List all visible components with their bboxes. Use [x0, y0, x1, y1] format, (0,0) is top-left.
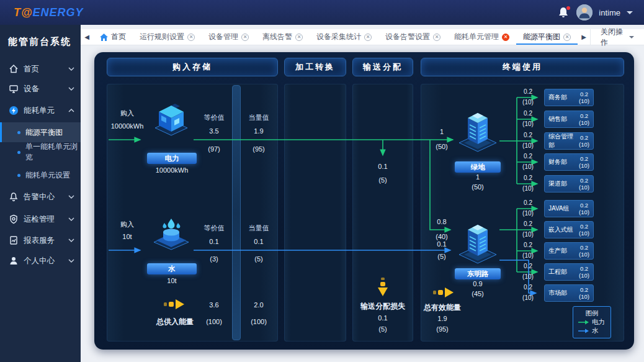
dept-flow-label: 0.2(10)	[512, 130, 544, 151]
water-equiv-pct: (3)	[210, 255, 218, 263]
dept-flow-label: 0.2(10)	[512, 197, 544, 219]
close-icon[interactable]: ✕	[502, 34, 509, 41]
sidebar-item-energy-balance[interactable]: 能源平衡图	[0, 122, 81, 142]
electric-node-tag[interactable]: 电力	[147, 153, 197, 164]
water-in-label: 购入	[120, 220, 134, 229]
stage-header-distribution: 输送分配	[352, 58, 413, 76]
legend-water-label: 水	[592, 327, 599, 335]
app-root: T@ENERGY intime 能管前台系统 首页 设备	[0, 0, 644, 362]
sidebar-item-alarm-center[interactable]: 告警中心	[0, 187, 81, 207]
building2-icon[interactable]	[455, 216, 500, 266]
dept-box-shengchan[interactable]: 生产部0.2(10)	[544, 242, 594, 260]
tab-unit-mgmt[interactable]: 能耗单元管理✕	[447, 29, 516, 45]
app-logo: T@ENERGY	[14, 6, 84, 19]
water-node-tag[interactable]: 水	[147, 263, 197, 274]
dept-box-java[interactable]: JAVA组0.2(10)	[544, 200, 594, 217]
total-effective-label: 总有效能量	[424, 302, 461, 313]
username[interactable]: intime	[599, 8, 620, 17]
logo-suffix: ENERGY	[33, 6, 84, 19]
loss-arrow-icon	[377, 278, 388, 297]
tab-collect-stats[interactable]: 设备采集统计✕	[310, 29, 378, 45]
water-equiv-value: 0.1	[209, 238, 218, 245]
total-equal-pct: (100)	[251, 318, 267, 325]
tabs-scroll-left-icon[interactable]: ◀	[81, 29, 93, 45]
home-icon	[9, 64, 19, 74]
close-icon[interactable]: ✕	[295, 34, 303, 41]
electric-equal-pct: (95)	[253, 145, 265, 153]
sidebar-item-unit-settings[interactable]: 能耗单元设置	[0, 165, 81, 185]
sidebar-item-devices[interactable]: 设备	[0, 79, 81, 99]
tab-home[interactable]: 首页	[93, 29, 133, 45]
notification-dot	[566, 6, 570, 10]
dept-flow-label: 0.2(10)	[512, 151, 544, 172]
close-icon[interactable]: ✕	[187, 34, 195, 41]
chevron-down-icon	[68, 195, 74, 199]
close-icon[interactable]: ✕	[563, 34, 571, 41]
building2-value: 0.9	[473, 280, 482, 287]
dept-flow-label: 0.2(10)	[512, 282, 544, 303]
energy-unit-icon	[9, 106, 19, 115]
bullet-icon	[17, 151, 20, 154]
alarm-bell-icon	[9, 192, 19, 202]
sidebar-item-inspection[interactable]: 运检管理	[0, 209, 81, 229]
tab-energy-balance[interactable]: 能源平衡图✕	[516, 29, 578, 45]
total-effective-pct: (95)	[436, 325, 449, 333]
water-node-icon[interactable]	[151, 215, 191, 251]
electric-cube-icon[interactable]	[151, 102, 191, 138]
user-menu-chevron-icon[interactable]	[627, 11, 633, 17]
total-equal-value: 2.0	[254, 301, 263, 309]
equiv-header: 等价值	[204, 113, 225, 122]
total-effective-value: 1.9	[437, 315, 447, 322]
dept-box-xiaoshou[interactable]: 销售部0.2(10)	[544, 111, 594, 128]
dept-box-caiwu[interactable]: 财务部0.2(10)	[544, 153, 594, 171]
notification-bell-icon[interactable]	[558, 6, 570, 19]
building2-tag[interactable]: 东明路	[455, 268, 501, 279]
sidebar-item-reports[interactable]: 报表服务	[0, 230, 81, 250]
sidebar-item-personal-center[interactable]: 个人中心	[0, 251, 81, 271]
dept-flow-label: 0.2(10)	[512, 108, 544, 129]
tab-run-rules[interactable]: 运行规则设置✕	[133, 29, 202, 45]
chevron-down-icon	[68, 259, 74, 263]
close-icon[interactable]: ✕	[433, 34, 441, 41]
dept-box-gongcheng[interactable]: 工程部0.2(10)	[544, 263, 594, 281]
tabs-scroll-right-icon[interactable]: ▶	[578, 34, 590, 40]
tab-offline-alarm[interactable]: 离线告警✕	[256, 29, 310, 45]
tab-alarm-settings[interactable]: 设备告警设置✕	[378, 29, 447, 45]
electric-equal-value: 1.9	[254, 127, 263, 135]
bullet-icon	[17, 131, 20, 134]
avatar[interactable]	[576, 4, 593, 20]
total-effective-arrow-icon	[433, 287, 454, 298]
legend-title: 图例	[573, 309, 610, 318]
sidebar-item-energy-units[interactable]: 能耗单元	[0, 101, 81, 120]
electric-equiv-value: 3.5	[209, 127, 218, 135]
person-icon	[9, 256, 19, 266]
legend-water-arrow-icon	[578, 328, 589, 333]
close-icon[interactable]: ✕	[241, 34, 249, 41]
equiv-header: 等价值	[204, 224, 225, 233]
building2-in-blue-pct: (5)	[437, 253, 445, 260]
shield-icon	[9, 214, 19, 224]
close-operations-menu[interactable]: 关闭操作	[590, 29, 644, 45]
water-equal-pct: (5)	[254, 255, 262, 263]
total-equiv-pct: (100)	[206, 318, 222, 325]
close-icon[interactable]: ✕	[364, 34, 372, 41]
dept-flow-label: 0.2(10)	[512, 86, 544, 107]
sidebar-item-home[interactable]: 首页	[0, 59, 81, 79]
dept-box-qudao[interactable]: 渠道部0.2(10)	[544, 175, 594, 192]
building1-icon[interactable]	[455, 104, 500, 154]
dept-box-zonghe[interactable]: 综合管理部0.2(10)	[544, 132, 594, 150]
chevron-down-icon	[68, 238, 74, 242]
equal-header: 当量值	[249, 113, 269, 122]
water-in-value: 10t	[122, 233, 132, 240]
sidebar-item-single-unit-browse[interactable]: 单一能耗单元浏览	[0, 142, 81, 162]
building1-tag[interactable]: 绿地	[455, 161, 501, 173]
tab-device-mgmt[interactable]: 设备管理✕	[202, 29, 256, 45]
dept-box-shangwu[interactable]: 商务部0.2(10)	[544, 89, 594, 106]
dept-flow-label: 0.2(10)	[512, 261, 544, 282]
electric-equiv-pct: (97)	[208, 145, 220, 153]
home-icon	[100, 34, 108, 41]
dept-box-qianrushi[interactable]: 嵌入式组0.2(10)	[544, 221, 594, 238]
logo-prefix: T@	[14, 6, 33, 19]
dept-box-shichang[interactable]: 市场部0.2(10)	[544, 284, 594, 302]
legend-electric-arrow-icon	[578, 320, 589, 325]
